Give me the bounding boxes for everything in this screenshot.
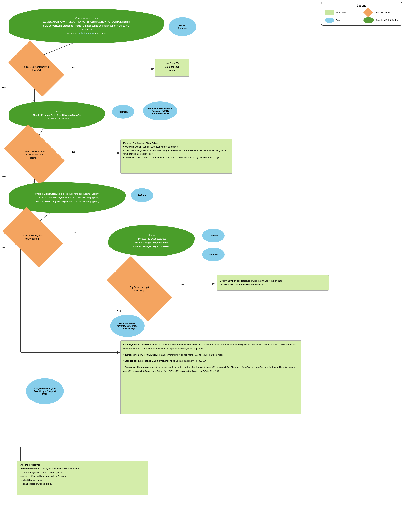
decision-3-text: Is the I/O subsystem overwhelmed? <box>23 234 43 240</box>
tool-perfmon-2: Perfmon <box>131 188 153 202</box>
tool-perfmon-1: Perfmon <box>112 105 134 119</box>
io-path-box: I/O Path Problems: OS/Hardware: Work wit… <box>17 461 148 495</box>
arrow-label-no4: No <box>181 283 184 285</box>
legend-box: Legend Next Step Decision Point Tools De… <box>321 2 402 26</box>
legend-grid: Next Step Decision Point Tools Decision … <box>325 9 398 23</box>
legend-label-tools: Tools <box>336 19 341 21</box>
legend-item-nextstep: Next Step <box>325 10 360 15</box>
tool-dmv-perfmon: DMVs, Perfmon <box>169 17 196 36</box>
not-sql-box: Determine which application is driving t… <box>217 275 329 291</box>
cloud-disk-text: - Check ifPhysical/Logical DIsk: Avg. Di… <box>33 110 81 120</box>
decision-1-text-wrap: Is SQL Server reporting slow I/O? <box>12 53 60 84</box>
legend-title: Legend <box>325 4 398 7</box>
cloud-disk-check: - Check ifPhysical/Logical DIsk: Avg. Di… <box>9 101 105 129</box>
legend-item-decision: Decision Point <box>363 9 398 16</box>
decision-1-wrapper: Is SQL Server reporting slow I/O? <box>12 53 60 84</box>
cloud-wait-types: - Check for wait_types: PAGEIOLATCH_*, W… <box>9 9 163 43</box>
legend-shape-diamond <box>363 7 373 17</box>
cloud-disk-bytes-text: Check if Disk Bytes/Sec is close to/beyo… <box>35 192 99 203</box>
legend-shape-nextstep <box>325 10 334 15</box>
decision-4-text-wrap: Is Sql Server driving the I/O Activity? <box>110 272 169 306</box>
decision-2-container: Do Perfmon counters indicate slow I/O (l… <box>5 136 64 174</box>
decision-2-text-wrap: Do Perfmon counters indicate slow I/O (l… <box>9 138 60 172</box>
legend-shape-ellipse <box>325 18 334 23</box>
filter-drivers-text: Examine File System Filter Drivers: • Wo… <box>123 141 230 159</box>
cloud-wait-types-text: - Check for wait_types: PAGEIOLATCH_*, W… <box>42 16 130 35</box>
legend-label-decision: Decision Point <box>375 11 390 14</box>
tool-perfmon-dmv: Perfmon, DMVs, Xevents, SQL Trace, DTA, … <box>110 315 145 337</box>
tune-queries-text: • Tune Queries : Use DMVs and SQL Trace … <box>123 343 299 373</box>
flowchart-diagram: Legend Next Step Decision Point Tools De… <box>0 0 404 532</box>
cloud-process-io: Check- Process : IO Data Bytes/sec- Buff… <box>108 225 195 256</box>
legend-label-nextstep: Next Step <box>336 11 346 14</box>
io-path-text: I/O Path Problems: OS/Hardware: Work wit… <box>20 463 80 486</box>
decision-1-text: Is SQL Server reporting slow I/O? <box>24 65 49 72</box>
tool-perfmon-1-text: Perfmon <box>119 111 128 113</box>
tool-wpr-text: Windows Performance Recorder (WPR) Fltmc… <box>148 107 172 115</box>
legend-item-tools: Tools <box>325 18 360 23</box>
arrow-label-no3: No <box>2 246 5 248</box>
tool-perfmon-4-text: Perfmon <box>209 253 218 256</box>
decision-4-wrapper: Is Sql Server driving the I/O Activity? <box>110 272 169 306</box>
legend-label-dpa: Decision Point Action <box>375 19 398 21</box>
decision-1-container: Is SQL Server reporting slow I/O? <box>9 51 64 86</box>
filter-drivers-box: Examine File System Filter Drivers: • Wo… <box>120 139 232 174</box>
legend-shape-cloud <box>363 17 374 23</box>
arrow-label-no1: No <box>72 66 75 69</box>
tool-wpr: Windows Performance Recorder (WPR) Fltmc… <box>143 101 177 120</box>
decision-2-text: Do Perfmon counters indicate slow I/O (l… <box>24 150 45 159</box>
tool-perfmon-2-text: Perfmon <box>137 194 147 196</box>
decision-3-wrapper: Is the I/O subsystem overwhelmed? <box>7 220 59 254</box>
decision-2-wrapper: Do Perfmon counters indicate slow I/O (l… <box>9 138 60 172</box>
arrow-label-yes4: Yes <box>117 310 121 312</box>
cloud-process-io-text: Check- Process : IO Data Bytes/sec- Buff… <box>133 233 170 248</box>
legend-item-dpa: Decision Point Action <box>363 17 398 23</box>
stalled-io-link[interactable]: stalled I/O error <box>78 32 95 35</box>
arrow-label-yes3: Yes <box>72 231 76 234</box>
decision-3-container: Is the I/O subsystem overwhelmed? <box>3 218 62 256</box>
tool-wpr-2-text: WPR, Perfmon,SQLIO, Event Logs, Storport… <box>33 387 57 395</box>
tune-queries-box: • Tune Queries : Use DMVs and SQL Trace … <box>120 341 301 414</box>
tool-dmv-perfmon-text: DMVs, Perfmon <box>178 24 187 29</box>
arrow-label-no2: No <box>72 151 75 153</box>
no-slow-io-text: No Slow I/O issue for SQL Server <box>165 62 180 72</box>
arrow-label-yes1: Yes <box>2 86 6 89</box>
tool-perfmon-3: Perfmon <box>202 229 225 242</box>
arrow-label-yes2: Yes <box>2 175 6 178</box>
decision-3-text-wrap: Is the I/O subsystem overwhelmed? <box>7 220 59 254</box>
no-slow-io-box: No Slow I/O issue for SQL Server <box>155 59 189 76</box>
decision-4-text: Is Sql Server driving the I/O Activity? <box>128 286 151 292</box>
tool-perfmon-4: Perfmon <box>202 248 225 261</box>
decision-4-container: Is Sql Server driving the I/O Activity? <box>107 270 172 308</box>
not-sql-text: Determine which application is driving t… <box>220 279 282 286</box>
tool-wpr-2: WPR, Perfmon,SQLIO, Event Logs, Storport… <box>26 378 64 404</box>
tool-perfmon-3-text: Perfmon <box>209 234 218 237</box>
tool-perfmon-dmv-text: Perfmon, DMVs, Xevents, SQL Trace, DTA, … <box>117 322 138 330</box>
